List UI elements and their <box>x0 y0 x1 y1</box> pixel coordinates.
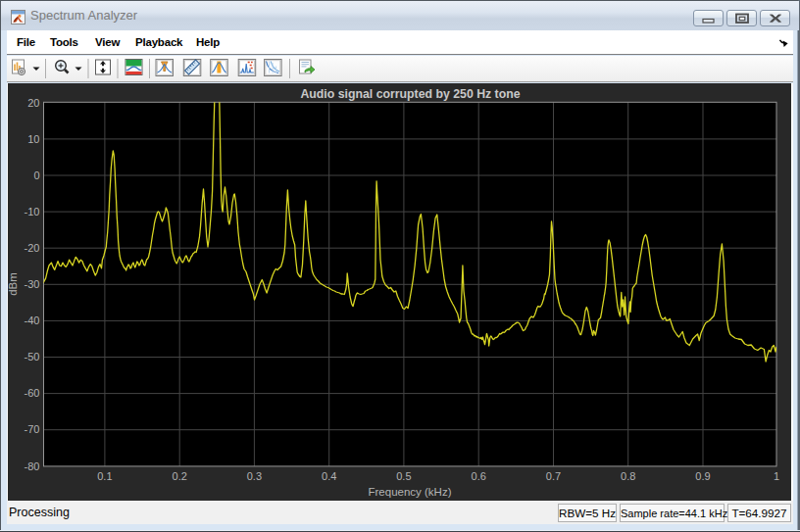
svg-text:-60: -60 <box>25 387 40 399</box>
svg-text:0: 0 <box>33 169 39 181</box>
svg-text:0.4: 0.4 <box>322 470 336 482</box>
svg-text:10: 10 <box>27 133 39 145</box>
svg-text:-80: -80 <box>25 460 40 472</box>
svg-text:Audio signal corrupted by 250: Audio signal corrupted by 250 Hz tone <box>300 87 520 101</box>
svg-text:dBm: dBm <box>7 272 19 296</box>
svg-text:-50: -50 <box>25 351 40 363</box>
svg-text:0.5: 0.5 <box>396 470 411 482</box>
svg-text:-20: -20 <box>25 242 40 254</box>
svg-text:0.8: 0.8 <box>621 470 635 482</box>
svg-text:0.7: 0.7 <box>546 470 561 482</box>
svg-text:0.3: 0.3 <box>247 470 262 482</box>
svg-text:0.2: 0.2 <box>173 470 187 482</box>
svg-text:20: 20 <box>27 97 39 109</box>
svg-text:-30: -30 <box>25 278 40 290</box>
svg-text:0.6: 0.6 <box>472 470 486 482</box>
svg-text:1: 1 <box>774 470 779 482</box>
svg-text:Frequency (kHz): Frequency (kHz) <box>369 486 452 498</box>
svg-text:0.9: 0.9 <box>695 470 710 482</box>
svg-text:-40: -40 <box>25 314 40 326</box>
svg-text:-70: -70 <box>25 423 40 435</box>
svg-text:0.1: 0.1 <box>97 470 112 482</box>
svg-text:-10: -10 <box>25 206 40 218</box>
